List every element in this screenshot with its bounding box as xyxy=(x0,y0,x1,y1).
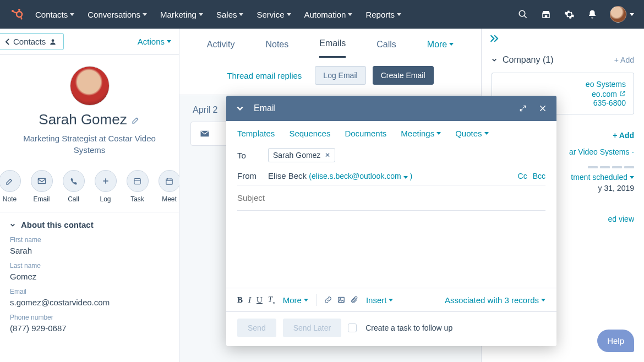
expand-compose-icon[interactable] xyxy=(517,102,529,114)
svg-point-1 xyxy=(18,9,20,11)
back-label: Contacts xyxy=(13,37,46,46)
last-name-value[interactable]: Gomez xyxy=(10,272,169,281)
close-compose-icon[interactable] xyxy=(537,102,549,114)
svg-line-8 xyxy=(524,15,527,18)
svg-rect-10 xyxy=(545,15,548,18)
documents-link[interactable]: Documents xyxy=(345,129,386,138)
templates-link[interactable]: Templates xyxy=(237,129,275,138)
link-button[interactable] xyxy=(324,296,332,304)
first-name-value[interactable]: Sarah xyxy=(10,246,169,255)
search-icon[interactable] xyxy=(517,9,528,20)
meetings-dropdown[interactable]: Meetings xyxy=(401,129,441,138)
nav-service[interactable]: Service xyxy=(256,10,291,19)
send-button[interactable]: Send xyxy=(237,319,276,337)
contact-job-title: Marketing Strategist at Costar Video Sys… xyxy=(9,133,170,156)
edit-pencil-icon[interactable] xyxy=(132,116,140,124)
quotes-dropdown[interactable]: Quotes xyxy=(455,129,488,138)
create-email-button[interactable]: Create Email xyxy=(373,66,434,85)
followup-task-checkbox[interactable] xyxy=(348,323,357,332)
tab-notes[interactable]: Notes xyxy=(265,40,288,57)
sequences-link[interactable]: Sequences xyxy=(289,129,330,138)
send-later-button[interactable]: Send Later xyxy=(283,319,342,337)
tab-emails[interactable]: Emails xyxy=(319,39,346,58)
field-label: First name xyxy=(10,236,169,244)
field-label: Last name xyxy=(10,262,169,270)
help-button[interactable]: Help xyxy=(597,330,634,352)
email-body-editor[interactable] xyxy=(226,211,556,288)
email-value[interactable]: s.gomez@costarvideo.com xyxy=(10,298,169,307)
bold-button[interactable]: B xyxy=(237,295,243,305)
company-name: eo Systems xyxy=(500,80,626,89)
add-deal-link[interactable]: + Add xyxy=(613,131,634,140)
from-selector[interactable]: Elise Beck (elise.s.beck@outlook.com ) xyxy=(268,171,412,180)
field-label: Email xyxy=(10,288,169,295)
stage-pip xyxy=(624,166,634,168)
about-section-toggle[interactable]: About this contact xyxy=(10,220,169,229)
marketplace-icon[interactable] xyxy=(541,9,552,20)
chevron-down-icon xyxy=(492,57,497,63)
actions-dropdown[interactable]: Actions xyxy=(138,37,171,46)
contact-sidebar: Contacts Actions Sarah Gomez Marketing S… xyxy=(0,29,179,362)
nav-reports[interactable]: Reports xyxy=(365,10,401,19)
minimize-compose-icon[interactable] xyxy=(234,102,246,114)
account-menu[interactable] xyxy=(610,6,634,23)
svg-rect-23 xyxy=(339,297,345,302)
remove-recipient-icon[interactable]: ✕ xyxy=(325,151,330,159)
stage-pip xyxy=(600,166,610,168)
nav-marketing[interactable]: Marketing xyxy=(160,10,203,19)
envelope-icon xyxy=(200,130,210,138)
log-button[interactable] xyxy=(95,170,117,192)
clear-format-button[interactable]: Tx xyxy=(268,295,275,305)
tab-more[interactable]: More xyxy=(427,40,454,57)
from-label: From xyxy=(237,171,260,180)
log-email-button[interactable]: Log Email xyxy=(315,66,365,85)
bcc-link[interactable]: Bcc xyxy=(533,172,545,180)
note-button[interactable] xyxy=(0,170,21,192)
user-avatar-icon xyxy=(610,6,626,23)
nav-sales[interactable]: Sales xyxy=(216,10,244,19)
company-section-toggle[interactable]: Company (1) xyxy=(492,55,553,65)
format-more-dropdown[interactable]: More xyxy=(283,295,308,305)
phone-value[interactable]: (877) 929-0687 xyxy=(10,323,169,333)
tab-activity[interactable]: Activity xyxy=(207,40,235,57)
hubspot-logo-icon[interactable] xyxy=(10,7,24,21)
recipient-chip[interactable]: Sarah Gomez✕ xyxy=(268,148,335,162)
attach-button[interactable] xyxy=(351,296,358,304)
nav-automation[interactable]: Automation xyxy=(304,10,353,19)
stage-pip xyxy=(588,166,598,168)
svg-rect-15 xyxy=(134,178,140,184)
nav-conversations[interactable]: Conversations xyxy=(88,10,147,19)
svg-point-7 xyxy=(519,10,525,17)
svg-line-6 xyxy=(21,17,21,18)
subject-input[interactable] xyxy=(237,190,545,206)
svg-point-0 xyxy=(17,12,22,17)
global-nav: Contacts Conversations Marketing Sales S… xyxy=(0,0,644,29)
collapse-right-icon[interactable] xyxy=(489,34,500,43)
call-button[interactable] xyxy=(63,170,85,192)
notifications-bell-icon[interactable] xyxy=(587,9,598,20)
meet-button[interactable] xyxy=(159,170,181,192)
image-button[interactable] xyxy=(337,296,345,304)
compose-title: Email xyxy=(254,103,509,113)
tab-calls[interactable]: Calls xyxy=(376,40,396,57)
external-link-icon xyxy=(619,90,626,97)
quick-actions: Note Email Call Log Task Meet xyxy=(0,161,179,212)
followup-label: Create a task to follow up xyxy=(365,323,452,332)
back-to-contacts-button[interactable]: Contacts xyxy=(0,33,64,50)
email-button[interactable] xyxy=(31,170,53,192)
insert-dropdown[interactable]: Insert xyxy=(366,295,394,305)
nav-contacts[interactable]: Contacts xyxy=(35,10,74,19)
thread-replies-link[interactable]: Thread email replies xyxy=(227,71,302,80)
cc-link[interactable]: Cc xyxy=(518,172,527,180)
underline-button[interactable]: U xyxy=(256,295,263,305)
settings-gear-icon[interactable] xyxy=(564,9,575,20)
contact-avatar[interactable] xyxy=(70,66,110,106)
add-company-link[interactable]: + Add xyxy=(614,56,634,64)
associated-records-dropdown[interactable]: Associated with 3 records xyxy=(445,295,545,305)
svg-rect-12 xyxy=(38,178,45,183)
contact-name: Sarah Gomez xyxy=(39,111,127,128)
email-compose-modal: Email Templates Sequences Documents Meet… xyxy=(226,96,556,346)
field-label: Phone number xyxy=(10,314,169,321)
task-button[interactable] xyxy=(127,170,149,192)
italic-button[interactable]: I xyxy=(248,295,251,305)
